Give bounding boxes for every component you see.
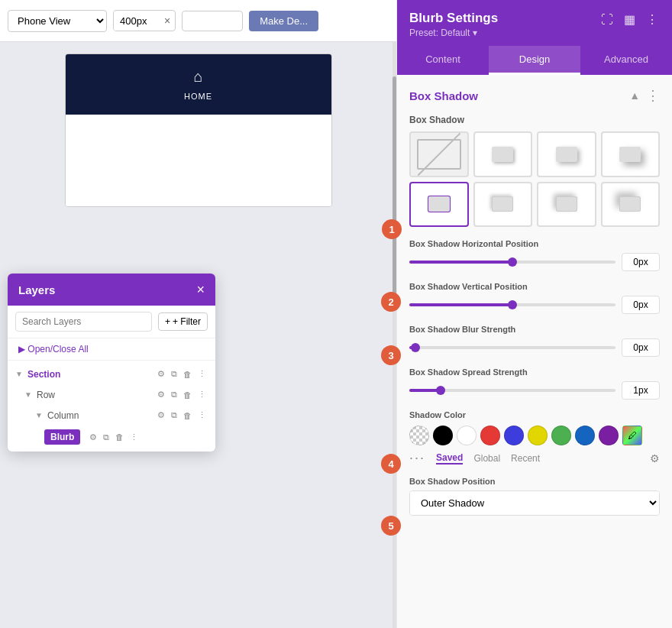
color-gear-icon[interactable]: ⚙ [650, 452, 660, 465]
shadow-horizontal-value[interactable] [622, 253, 660, 271]
color-swatch-blue-purple[interactable] [504, 426, 524, 445]
section-heading-title: Box Shadow [409, 89, 478, 102]
view-select[interactable]: Phone View [8, 10, 107, 32]
tab-advanced[interactable]: Advanced [580, 46, 672, 75]
row-arrow: ▼ [24, 390, 34, 399]
row-gear[interactable]: ⚙ [156, 388, 166, 401]
blurb-more[interactable]: ⋮ [128, 431, 140, 444]
color-tab-recent[interactable]: Recent [511, 453, 540, 464]
settings-preset[interactable]: Preset: Default ▾ [409, 28, 498, 38]
color-swatch-transparent[interactable] [409, 426, 429, 445]
layers-open-close[interactable]: ▶ Open/Close All [8, 338, 215, 361]
shadow-blur-slider[interactable] [409, 346, 615, 349]
px-clear-button[interactable]: × [160, 11, 175, 31]
shadow-spread-group: Box Shadow Spread Strength [409, 367, 660, 400]
column-gear[interactable]: ⚙ [156, 409, 166, 422]
color-swatch-red[interactable] [480, 426, 500, 445]
settings-fullscreen-icon[interactable]: ⛶ [599, 11, 615, 28]
tab-design[interactable]: Design [489, 46, 580, 75]
layers-search-input[interactable] [15, 312, 152, 332]
tab-content[interactable]: Content [397, 46, 489, 75]
shadow-preview-4 [492, 196, 513, 212]
shadow-option-selected[interactable] [409, 182, 469, 228]
box-shadow-label: Box Shadow [409, 115, 660, 125]
section-name: Section [27, 369, 153, 380]
slider-thumb-vertical[interactable] [508, 300, 517, 309]
shadow-option-2[interactable] [537, 131, 596, 177]
section-more-button[interactable]: ⋮ [646, 87, 660, 104]
slider-thumb-blur[interactable] [411, 343, 420, 352]
step-badge-3: 3 [381, 345, 401, 365]
shadow-blur-group: Box Shadow Blur Strength [409, 325, 660, 357]
width-input[interactable] [114, 11, 160, 31]
color-swatch-eyedropper[interactable]: 🖊 [622, 426, 642, 445]
shadow-option-3[interactable] [601, 131, 661, 177]
shadow-horizontal-row [409, 253, 660, 271]
slider-thumb-horizontal[interactable] [508, 257, 517, 267]
shadow-horizontal-slider[interactable] [409, 261, 615, 264]
list-item[interactable]: Blurb ⚙ ⧉ 🗑 ⋮ [8, 426, 215, 448]
shadow-preview-1 [492, 147, 513, 162]
section-heading-controls: ▲ ⋮ [629, 87, 660, 104]
section-more[interactable]: ⋮ [196, 367, 208, 380]
layers-header: Layers × [8, 274, 215, 306]
color-tab-saved[interactable]: Saved [436, 452, 463, 465]
settings-header: Blurb Settings Preset: Default ▾ ⛶ ▦ ⋮ [397, 0, 672, 46]
column-more[interactable]: ⋮ [196, 409, 208, 422]
column-copy[interactable]: ⧉ [170, 409, 179, 422]
home-icon: ⌂ [193, 68, 202, 86]
settings-tabs: Content Design Advanced [397, 46, 672, 75]
settings-layout-icon[interactable]: ▦ [622, 11, 637, 28]
make-default-button[interactable]: Make De... [249, 11, 318, 31]
layers-panel: Layers × + + Filter ▶ Open/Close All ▼ S… [8, 274, 215, 452]
row-copy[interactable]: ⧉ [170, 388, 179, 401]
layers-close-button[interactable]: × [196, 283, 205, 296]
shadow-option-none[interactable] [409, 131, 469, 177]
section-delete[interactable]: 🗑 [182, 367, 193, 380]
list-item[interactable]: ▼ Section ⚙ ⧉ 🗑 ⋮ [8, 364, 215, 384]
slider-fill-horizontal [409, 261, 512, 264]
shadow-option-6[interactable] [601, 182, 661, 228]
list-item[interactable]: ▼ Row ⚙ ⧉ 🗑 ⋮ [8, 384, 215, 405]
shadow-vertical-slider[interactable] [409, 303, 615, 306]
list-item[interactable]: ▼ Column ⚙ ⧉ 🗑 ⋮ [8, 405, 215, 426]
shadow-vertical-value[interactable] [622, 296, 660, 314]
shadow-spread-slider[interactable] [409, 389, 615, 392]
row-more[interactable]: ⋮ [196, 388, 208, 401]
color-swatch-black[interactable] [433, 426, 453, 445]
nav-home-label: HOME [184, 92, 212, 101]
shadow-preview-6 [619, 196, 641, 212]
color-swatch-yellow[interactable] [528, 426, 548, 445]
color-swatch-white[interactable] [457, 426, 477, 445]
shadow-option-1[interactable] [473, 131, 533, 177]
open-close-label: Open/Close All [27, 344, 88, 354]
shadow-option-4[interactable] [473, 182, 533, 228]
blurb-delete[interactable]: 🗑 [114, 431, 125, 444]
color-swatch-dark-blue[interactable] [575, 426, 595, 445]
blurb-gear[interactable]: ⚙ [88, 431, 99, 444]
color-tab-global[interactable]: Global [473, 453, 500, 464]
slider-thumb-spread[interactable] [436, 386, 445, 395]
shadow-spread-value[interactable] [622, 381, 660, 400]
row-actions: ⚙ ⧉ 🗑 ⋮ [156, 388, 208, 401]
settings-more-icon[interactable]: ⋮ [645, 11, 660, 28]
blurb-actions: ⚙ ⧉ 🗑 ⋮ [88, 431, 140, 444]
color-swatch-green[interactable] [551, 426, 571, 445]
section-gear[interactable]: ⚙ [156, 367, 166, 380]
settings-panel: Blurb Settings Preset: Default ▾ ⛶ ▦ ⋮ C… [397, 0, 672, 628]
shadow-blur-value[interactable] [622, 338, 660, 357]
section-collapse-button[interactable]: ▲ [629, 89, 640, 102]
shadow-option-5[interactable] [537, 182, 596, 228]
column-name: Column [47, 410, 153, 421]
scrollbar-thumb [393, 76, 396, 306]
layers-filter-button[interactable]: + + Filter [158, 312, 208, 331]
row-delete[interactable]: 🗑 [182, 388, 193, 401]
color-swatch-purple[interactable] [599, 426, 619, 445]
extra-input[interactable] [182, 11, 243, 31]
column-delete[interactable]: 🗑 [182, 409, 193, 422]
layers-title: Layers [18, 283, 55, 296]
shadow-horizontal-group: Box Shadow Horizontal Position [409, 239, 660, 271]
blurb-copy[interactable]: ⧉ [102, 431, 111, 444]
section-copy[interactable]: ⧉ [170, 367, 179, 380]
box-shadow-position-select[interactable]: Outer Shadow Inner Shadow [410, 491, 659, 515]
